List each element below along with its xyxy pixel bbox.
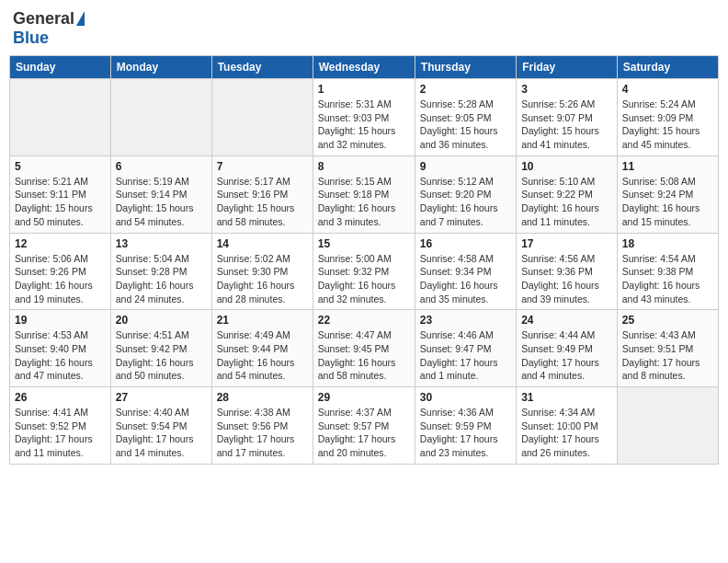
day-number: 5	[15, 160, 106, 173]
weekday-header-thursday: Thursday	[415, 56, 516, 79]
day-info: Sunrise: 4:43 AM Sunset: 9:51 PM Dayligh…	[622, 328, 713, 383]
day-info: Sunrise: 5:31 AM Sunset: 9:03 PM Dayligh…	[318, 98, 410, 152]
day-info: Sunrise: 4:56 AM Sunset: 9:36 PM Dayligh…	[521, 252, 612, 306]
day-info: Sunrise: 5:04 AM Sunset: 9:28 PM Dayligh…	[116, 252, 207, 306]
day-number: 6	[116, 160, 207, 173]
day-info: Sunrise: 4:46 AM Sunset: 9:47 PM Dayligh…	[420, 328, 511, 383]
day-info: Sunrise: 5:06 AM Sunset: 9:26 PM Dayligh…	[15, 252, 106, 306]
weekday-header-wednesday: Wednesday	[313, 56, 415, 79]
day-number: 9	[420, 160, 511, 173]
day-number: 7	[217, 160, 308, 173]
day-info: Sunrise: 4:34 AM Sunset: 10:00 PM Daylig…	[521, 406, 612, 460]
day-info: Sunrise: 4:58 AM Sunset: 9:34 PM Dayligh…	[420, 252, 511, 306]
day-info: Sunrise: 4:41 AM Sunset: 9:52 PM Dayligh…	[15, 406, 106, 460]
day-number: 30	[420, 391, 511, 404]
day-number: 12	[15, 237, 106, 250]
day-number: 31	[521, 391, 612, 404]
calendar-cell: 25Sunrise: 4:43 AM Sunset: 9:51 PM Dayli…	[617, 310, 718, 387]
day-number: 25	[622, 314, 713, 327]
day-number: 23	[420, 314, 511, 327]
day-number: 3	[521, 83, 612, 96]
calendar-cell: 21Sunrise: 4:49 AM Sunset: 9:44 PM Dayli…	[211, 310, 313, 387]
day-info: Sunrise: 5:10 AM Sunset: 9:22 PM Dayligh…	[521, 175, 612, 229]
day-info: Sunrise: 4:47 AM Sunset: 9:45 PM Dayligh…	[318, 328, 410, 383]
day-number: 8	[318, 160, 410, 173]
weekday-header-friday: Friday	[517, 56, 618, 79]
day-info: Sunrise: 4:54 AM Sunset: 9:38 PM Dayligh…	[622, 252, 713, 306]
day-number: 26	[15, 391, 106, 404]
day-info: Sunrise: 5:19 AM Sunset: 9:14 PM Dayligh…	[116, 175, 207, 229]
day-number: 2	[420, 83, 511, 96]
calendar-cell: 6Sunrise: 5:19 AM Sunset: 9:14 PM Daylig…	[110, 155, 211, 233]
day-number: 10	[521, 160, 612, 173]
day-info: Sunrise: 4:40 AM Sunset: 9:54 PM Dayligh…	[116, 406, 207, 460]
day-number: 24	[521, 314, 612, 327]
calendar-cell: 10Sunrise: 5:10 AM Sunset: 9:22 PM Dayli…	[517, 155, 618, 233]
calendar-cell: 26Sunrise: 4:41 AM Sunset: 9:52 PM Dayli…	[10, 387, 111, 465]
calendar-cell: 24Sunrise: 4:44 AM Sunset: 9:49 PM Dayli…	[517, 310, 618, 387]
day-info: Sunrise: 4:44 AM Sunset: 9:49 PM Dayligh…	[521, 328, 612, 383]
calendar-cell: 7Sunrise: 5:17 AM Sunset: 9:16 PM Daylig…	[211, 155, 313, 233]
calendar-cell: 3Sunrise: 5:26 AM Sunset: 9:07 PM Daylig…	[517, 79, 618, 156]
page-header: General Blue	[9, 9, 719, 48]
day-info: Sunrise: 5:12 AM Sunset: 9:20 PM Dayligh…	[420, 175, 511, 229]
calendar-cell: 15Sunrise: 5:00 AM Sunset: 9:32 PM Dayli…	[313, 233, 415, 310]
calendar-cell: 22Sunrise: 4:47 AM Sunset: 9:45 PM Dayli…	[313, 310, 415, 387]
calendar-cell: 16Sunrise: 4:58 AM Sunset: 9:34 PM Dayli…	[415, 233, 516, 310]
day-number: 27	[116, 391, 207, 404]
calendar-cell: 1Sunrise: 5:31 AM Sunset: 9:03 PM Daylig…	[313, 79, 415, 156]
day-info: Sunrise: 5:17 AM Sunset: 9:16 PM Dayligh…	[217, 175, 308, 229]
day-info: Sunrise: 4:51 AM Sunset: 9:42 PM Dayligh…	[116, 328, 207, 383]
calendar-cell: 29Sunrise: 4:37 AM Sunset: 9:57 PM Dayli…	[313, 387, 415, 465]
day-number: 20	[116, 314, 207, 327]
logo-general: General	[13, 9, 74, 29]
day-info: Sunrise: 4:37 AM Sunset: 9:57 PM Dayligh…	[318, 406, 410, 460]
logo-blue: Blue	[13, 29, 49, 47]
calendar-cell: 14Sunrise: 5:02 AM Sunset: 9:30 PM Dayli…	[211, 233, 313, 310]
calendar-cell	[110, 79, 211, 156]
day-number: 18	[622, 237, 713, 250]
logo-triangle	[76, 11, 85, 26]
day-info: Sunrise: 5:26 AM Sunset: 9:07 PM Dayligh…	[521, 98, 612, 152]
day-number: 22	[318, 314, 410, 327]
day-number: 17	[521, 237, 612, 250]
day-info: Sunrise: 5:24 AM Sunset: 9:09 PM Dayligh…	[622, 98, 713, 152]
weekday-header-tuesday: Tuesday	[211, 56, 313, 79]
calendar-cell	[10, 79, 111, 156]
calendar-cell: 13Sunrise: 5:04 AM Sunset: 9:28 PM Dayli…	[110, 233, 211, 310]
day-info: Sunrise: 5:28 AM Sunset: 9:05 PM Dayligh…	[420, 98, 511, 152]
calendar-cell: 2Sunrise: 5:28 AM Sunset: 9:05 PM Daylig…	[415, 79, 516, 156]
day-number: 15	[318, 237, 410, 250]
calendar-cell: 28Sunrise: 4:38 AM Sunset: 9:56 PM Dayli…	[211, 387, 313, 465]
day-number: 13	[116, 237, 207, 250]
day-number: 29	[318, 391, 410, 404]
day-info: Sunrise: 5:15 AM Sunset: 9:18 PM Dayligh…	[318, 175, 410, 229]
calendar-cell: 27Sunrise: 4:40 AM Sunset: 9:54 PM Dayli…	[110, 387, 211, 465]
calendar-cell: 5Sunrise: 5:21 AM Sunset: 9:11 PM Daylig…	[10, 155, 111, 233]
calendar-table: SundayMondayTuesdayWednesdayThursdayFrid…	[9, 55, 719, 465]
calendar-cell: 8Sunrise: 5:15 AM Sunset: 9:18 PM Daylig…	[313, 155, 415, 233]
calendar-cell: 30Sunrise: 4:36 AM Sunset: 9:59 PM Dayli…	[415, 387, 516, 465]
day-info: Sunrise: 5:00 AM Sunset: 9:32 PM Dayligh…	[318, 252, 410, 306]
day-number: 4	[622, 83, 713, 96]
day-number: 11	[622, 160, 713, 173]
day-info: Sunrise: 4:49 AM Sunset: 9:44 PM Dayligh…	[217, 328, 308, 383]
day-info: Sunrise: 5:02 AM Sunset: 9:30 PM Dayligh…	[217, 252, 308, 306]
day-number: 16	[420, 237, 511, 250]
calendar-cell: 20Sunrise: 4:51 AM Sunset: 9:42 PM Dayli…	[110, 310, 211, 387]
calendar-cell: 19Sunrise: 4:53 AM Sunset: 9:40 PM Dayli…	[10, 310, 111, 387]
calendar-cell	[617, 387, 718, 465]
weekday-header-sunday: Sunday	[10, 56, 111, 79]
calendar-cell: 11Sunrise: 5:08 AM Sunset: 9:24 PM Dayli…	[617, 155, 718, 233]
day-info: Sunrise: 5:08 AM Sunset: 9:24 PM Dayligh…	[622, 175, 713, 229]
day-number: 19	[15, 314, 106, 327]
day-number: 21	[217, 314, 308, 327]
calendar-cell: 31Sunrise: 4:34 AM Sunset: 10:00 PM Dayl…	[517, 387, 618, 465]
calendar-cell: 12Sunrise: 5:06 AM Sunset: 9:26 PM Dayli…	[10, 233, 111, 310]
day-info: Sunrise: 5:21 AM Sunset: 9:11 PM Dayligh…	[15, 175, 106, 229]
day-info: Sunrise: 4:38 AM Sunset: 9:56 PM Dayligh…	[217, 406, 308, 460]
calendar-cell: 17Sunrise: 4:56 AM Sunset: 9:36 PM Dayli…	[517, 233, 618, 310]
weekday-header-monday: Monday	[110, 56, 211, 79]
day-number: 28	[217, 391, 308, 404]
calendar-cell: 9Sunrise: 5:12 AM Sunset: 9:20 PM Daylig…	[415, 155, 516, 233]
